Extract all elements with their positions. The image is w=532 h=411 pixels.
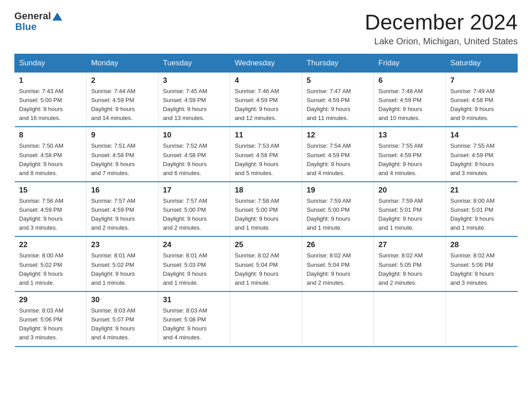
calendar-cell: 16Sunrise: 7:57 AMSunset: 4:59 PMDayligh…	[86, 182, 158, 237]
day-info: Sunrise: 8:02 AMSunset: 5:04 PMDaylight:…	[235, 251, 297, 287]
day-number: 19	[307, 186, 369, 195]
calendar-week-row: 1Sunrise: 7:43 AMSunset: 5:00 PMDaylight…	[15, 72, 518, 127]
day-number: 11	[235, 131, 297, 140]
day-number: 6	[378, 76, 441, 85]
page-header: General Blue December 2024 Lake Orion, M…	[14, 11, 518, 47]
weekday-header-sunday: Sunday	[15, 54, 86, 72]
calendar-cell: 12Sunrise: 7:54 AMSunset: 4:59 PMDayligh…	[302, 127, 373, 182]
day-info: Sunrise: 7:51 AMSunset: 4:58 PMDaylight:…	[91, 141, 153, 178]
calendar-cell	[302, 291, 373, 347]
day-number: 1	[19, 76, 82, 85]
day-number: 24	[163, 240, 225, 249]
calendar-cell: 9Sunrise: 7:51 AMSunset: 4:58 PMDaylight…	[86, 127, 158, 182]
day-info: Sunrise: 7:46 AMSunset: 4:59 PMDaylight:…	[235, 87, 297, 123]
day-info: Sunrise: 7:57 AMSunset: 4:59 PMDaylight:…	[91, 197, 153, 233]
day-number: 4	[235, 76, 297, 85]
weekday-header-friday: Friday	[374, 54, 446, 72]
day-number: 3	[163, 76, 225, 85]
day-number: 23	[91, 240, 153, 249]
calendar-cell: 6Sunrise: 7:48 AMSunset: 4:59 PMDaylight…	[374, 72, 446, 127]
calendar-cell: 20Sunrise: 7:59 AMSunset: 5:01 PMDayligh…	[374, 182, 446, 237]
weekday-header-saturday: Saturday	[446, 54, 517, 72]
day-info: Sunrise: 8:02 AMSunset: 5:04 PMDaylight:…	[307, 251, 369, 287]
calendar-cell: 23Sunrise: 8:01 AMSunset: 5:02 PMDayligh…	[86, 236, 158, 291]
svg-marker-0	[52, 13, 62, 21]
day-number: 28	[450, 240, 513, 249]
day-info: Sunrise: 7:45 AMSunset: 4:59 PMDaylight:…	[163, 87, 225, 123]
day-number: 16	[91, 186, 153, 195]
month-title: December 2024	[365, 11, 518, 34]
day-info: Sunrise: 7:53 AMSunset: 4:58 PMDaylight:…	[235, 141, 297, 178]
day-number: 2	[91, 76, 153, 85]
calendar-cell: 18Sunrise: 7:58 AMSunset: 5:00 PMDayligh…	[230, 182, 302, 237]
calendar-cell: 29Sunrise: 8:03 AMSunset: 5:06 PMDayligh…	[15, 291, 86, 347]
weekday-header-thursday: Thursday	[302, 54, 373, 72]
day-number: 31	[163, 295, 225, 304]
calendar-cell: 14Sunrise: 7:55 AMSunset: 4:59 PMDayligh…	[446, 127, 517, 182]
day-info: Sunrise: 7:47 AMSunset: 4:59 PMDaylight:…	[307, 87, 369, 123]
day-info: Sunrise: 7:55 AMSunset: 4:59 PMDaylight:…	[378, 141, 441, 178]
calendar-cell: 13Sunrise: 7:55 AMSunset: 4:59 PMDayligh…	[374, 127, 446, 182]
day-number: 8	[19, 131, 82, 140]
day-number: 30	[91, 295, 153, 304]
day-number: 13	[378, 131, 441, 140]
calendar-cell: 2Sunrise: 7:44 AMSunset: 4:59 PMDaylight…	[86, 72, 158, 127]
calendar-cell: 25Sunrise: 8:02 AMSunset: 5:04 PMDayligh…	[230, 236, 302, 291]
calendar-cell: 8Sunrise: 7:50 AMSunset: 4:58 PMDaylight…	[15, 127, 86, 182]
calendar-cell: 30Sunrise: 8:03 AMSunset: 5:07 PMDayligh…	[86, 291, 158, 347]
weekday-header-tuesday: Tuesday	[158, 54, 230, 72]
day-info: Sunrise: 7:59 AMSunset: 5:01 PMDaylight:…	[378, 197, 441, 233]
day-info: Sunrise: 7:44 AMSunset: 4:59 PMDaylight:…	[91, 87, 153, 123]
day-number: 5	[307, 76, 369, 85]
day-info: Sunrise: 7:57 AMSunset: 5:00 PMDaylight:…	[163, 197, 225, 233]
day-info: Sunrise: 7:54 AMSunset: 4:59 PMDaylight:…	[307, 141, 369, 178]
calendar-table: SundayMondayTuesdayWednesdayThursdayFrid…	[14, 54, 518, 347]
calendar-cell: 17Sunrise: 7:57 AMSunset: 5:00 PMDayligh…	[158, 182, 230, 237]
day-info: Sunrise: 8:03 AMSunset: 5:06 PMDaylight:…	[19, 306, 82, 342]
day-number: 9	[91, 131, 153, 140]
calendar-cell: 7Sunrise: 7:49 AMSunset: 4:58 PMDaylight…	[446, 72, 517, 127]
calendar-week-row: 8Sunrise: 7:50 AMSunset: 4:58 PMDaylight…	[15, 127, 518, 182]
logo-text-general: General	[14, 11, 51, 21]
calendar-cell: 5Sunrise: 7:47 AMSunset: 4:59 PMDaylight…	[302, 72, 373, 127]
calendar-cell: 1Sunrise: 7:43 AMSunset: 5:00 PMDaylight…	[15, 72, 86, 127]
day-info: Sunrise: 7:55 AMSunset: 4:59 PMDaylight:…	[450, 141, 513, 178]
day-number: 20	[378, 186, 441, 195]
day-info: Sunrise: 7:43 AMSunset: 5:00 PMDaylight:…	[19, 87, 82, 123]
day-number: 12	[307, 131, 369, 140]
day-number: 10	[163, 131, 225, 140]
logo-text-blue: Blue	[15, 21, 62, 32]
calendar-cell: 15Sunrise: 7:56 AMSunset: 4:59 PMDayligh…	[15, 182, 86, 237]
weekday-header-monday: Monday	[86, 54, 158, 72]
day-number: 26	[307, 240, 369, 249]
day-info: Sunrise: 8:00 AMSunset: 5:02 PMDaylight:…	[19, 251, 82, 287]
calendar-cell: 21Sunrise: 8:00 AMSunset: 5:01 PMDayligh…	[446, 182, 517, 237]
day-info: Sunrise: 8:00 AMSunset: 5:01 PMDaylight:…	[450, 197, 513, 233]
day-info: Sunrise: 7:48 AMSunset: 4:59 PMDaylight:…	[378, 87, 441, 123]
calendar-cell	[446, 291, 517, 347]
day-info: Sunrise: 8:01 AMSunset: 5:03 PMDaylight:…	[163, 251, 225, 287]
calendar-cell: 11Sunrise: 7:53 AMSunset: 4:58 PMDayligh…	[230, 127, 302, 182]
day-number: 17	[163, 186, 225, 195]
day-number: 27	[378, 240, 441, 249]
title-block: December 2024 Lake Orion, Michigan, Unit…	[365, 11, 518, 47]
day-number: 14	[450, 131, 513, 140]
day-number: 7	[450, 76, 513, 85]
calendar-cell: 31Sunrise: 8:03 AMSunset: 5:08 PMDayligh…	[158, 291, 230, 347]
weekday-header-row: SundayMondayTuesdayWednesdayThursdayFrid…	[15, 54, 518, 72]
day-info: Sunrise: 8:02 AMSunset: 5:06 PMDaylight:…	[450, 251, 513, 287]
day-number: 18	[235, 186, 297, 195]
day-info: Sunrise: 7:52 AMSunset: 4:58 PMDaylight:…	[163, 141, 225, 178]
calendar-cell	[374, 291, 446, 347]
calendar-week-row: 22Sunrise: 8:00 AMSunset: 5:02 PMDayligh…	[15, 236, 518, 291]
day-number: 21	[450, 186, 513, 195]
day-info: Sunrise: 8:02 AMSunset: 5:05 PMDaylight:…	[378, 251, 441, 287]
calendar-week-row: 29Sunrise: 8:03 AMSunset: 5:06 PMDayligh…	[15, 291, 518, 347]
day-number: 22	[19, 240, 82, 249]
day-number: 29	[19, 295, 82, 304]
day-info: Sunrise: 7:59 AMSunset: 5:00 PMDaylight:…	[307, 197, 369, 233]
day-info: Sunrise: 8:03 AMSunset: 5:07 PMDaylight:…	[91, 306, 153, 342]
day-info: Sunrise: 8:01 AMSunset: 5:02 PMDaylight:…	[91, 251, 153, 287]
day-info: Sunrise: 7:56 AMSunset: 4:59 PMDaylight:…	[19, 197, 82, 233]
day-info: Sunrise: 8:03 AMSunset: 5:08 PMDaylight:…	[163, 306, 225, 342]
